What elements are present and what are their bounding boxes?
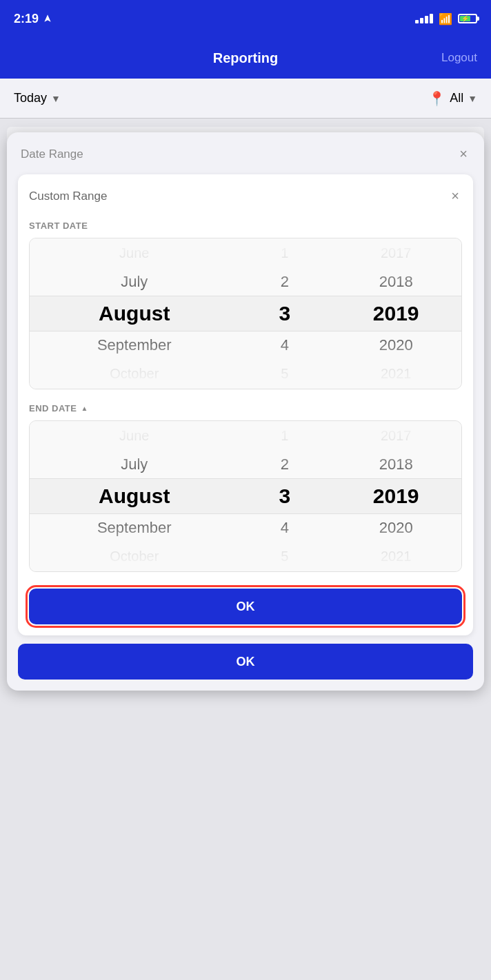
start-year-2018: 2018 <box>330 267 461 296</box>
start-date-picker[interactable]: June July August September October 1 2 3… <box>29 238 462 389</box>
start-year-2021: 2021 <box>330 360 461 389</box>
start-month-column[interactable]: June July August September October <box>30 238 239 389</box>
start-day-2: 2 <box>239 267 331 296</box>
status-time: 2:19 <box>14 12 52 26</box>
end-month-october: October <box>30 542 239 571</box>
start-day-column[interactable]: 1 2 3 4 5 <box>239 238 331 389</box>
inner-ok-button[interactable]: OK <box>29 589 462 624</box>
start-year-2020: 2020 <box>330 331 461 360</box>
start-date-label: START DATE <box>29 221 462 231</box>
time-display: 2:19 <box>14 12 39 26</box>
end-day-column[interactable]: 1 2 3 4 5 <box>239 421 331 571</box>
start-month-september: September <box>30 331 239 360</box>
custom-range-close-button[interactable]: × <box>448 185 462 207</box>
nav-bar: Reporting Logout <box>0 37 491 79</box>
wifi-icon: 📶 <box>439 12 452 25</box>
end-month-july: July <box>30 450 239 479</box>
start-month-october: October <box>30 360 239 389</box>
end-year-2020: 2020 <box>330 513 461 542</box>
period-filter[interactable]: Today ▼ <box>14 91 61 105</box>
date-range-close-button[interactable]: × <box>457 143 470 165</box>
end-year-2018: 2018 <box>330 450 461 479</box>
end-month-august: August <box>30 479 239 513</box>
signal-icon <box>415 14 433 23</box>
location-pin-icon: 📍 <box>428 90 445 107</box>
battery-icon: ⚡ <box>458 14 477 23</box>
end-year-2017: 2017 <box>330 421 461 450</box>
end-month-september: September <box>30 513 239 542</box>
location-label: All <box>450 91 463 105</box>
start-month-june: June <box>30 238 239 267</box>
end-year-2021: 2021 <box>330 542 461 571</box>
period-dropdown-arrow: ▼ <box>51 93 61 104</box>
start-day-5: 5 <box>239 360 331 389</box>
end-day-1: 1 <box>239 421 331 450</box>
start-year-2019: 2019 <box>330 296 461 331</box>
page-title: Reporting <box>213 50 278 66</box>
outer-ok-button[interactable]: OK <box>18 644 473 680</box>
location-dropdown-arrow: ▼ <box>468 93 477 104</box>
end-year-2019: 2019 <box>330 479 461 513</box>
end-month-june: June <box>30 421 239 450</box>
end-year-column[interactable]: 2017 2018 2019 2020 2021 <box>330 421 461 571</box>
date-range-title: Date Range <box>21 147 83 161</box>
start-month-july: July <box>30 267 239 296</box>
end-day-4: 4 <box>239 513 331 542</box>
end-date-label: END DATE ▲ <box>29 403 462 414</box>
end-month-column[interactable]: June July August September October <box>30 421 239 571</box>
status-icons: 📶 ⚡ <box>415 12 477 25</box>
end-day-5: 5 <box>239 542 331 571</box>
custom-range-modal: Custom Range × START DATE June July Augu… <box>18 174 473 635</box>
start-day-4: 4 <box>239 331 331 360</box>
start-day-1: 1 <box>239 238 331 267</box>
logout-button[interactable]: Logout <box>441 51 477 65</box>
custom-range-title: Custom Range <box>29 190 107 203</box>
background-content: ? ? ezone: frica/NY Date Range × Custom … <box>0 119 491 980</box>
location-arrow-icon <box>43 14 52 23</box>
date-range-modal: Date Range × Custom Range × START DATE J… <box>7 132 484 691</box>
end-date-triangle-icon: ▲ <box>81 405 88 412</box>
start-picker-columns: June July August September October 1 2 3… <box>30 238 461 389</box>
end-date-picker[interactable]: June July August September October 1 2 3… <box>29 420 462 572</box>
end-day-2: 2 <box>239 450 331 479</box>
custom-range-header: Custom Range × <box>29 185 462 207</box>
end-day-3: 3 <box>239 479 331 513</box>
start-day-3: 3 <box>239 296 331 331</box>
location-filter[interactable]: 📍 All ▼ <box>428 90 477 107</box>
status-bar: 2:19 📶 ⚡ <box>0 0 491 37</box>
date-range-modal-header: Date Range × <box>18 143 473 174</box>
period-label: Today <box>14 91 47 105</box>
filter-bar: Today ▼ 📍 All ▼ <box>0 79 491 119</box>
start-year-column[interactable]: 2017 2018 2019 2020 2021 <box>330 238 461 389</box>
start-year-2017: 2017 <box>330 238 461 267</box>
start-month-august: August <box>30 296 239 331</box>
end-picker-columns: June July August September October 1 2 3… <box>30 421 461 571</box>
